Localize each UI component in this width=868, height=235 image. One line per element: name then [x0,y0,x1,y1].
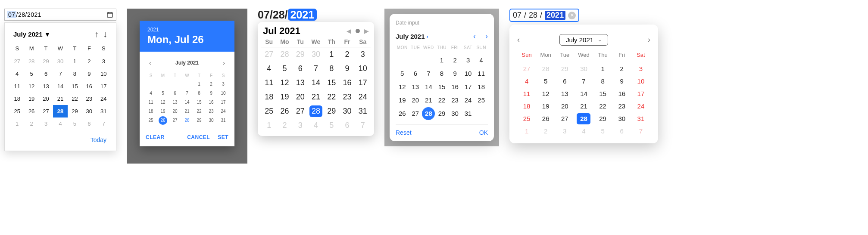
day-cell[interactable]: 26 [277,104,292,118]
day-cell[interactable]: 14 [308,76,324,90]
day-cell[interactable]: 16 [339,76,355,90]
day-cell[interactable]: 11 [475,67,488,80]
day-cell[interactable]: 20 [169,107,181,116]
day-cell[interactable]: 20 [555,100,574,112]
day-cell[interactable]: 5 [24,68,38,80]
day-cell[interactable]: 30 [82,105,96,118]
day-cell[interactable]: 2 [82,55,96,68]
day-cell[interactable]: 9 [448,67,462,80]
day-cell[interactable]: 31 [217,116,229,125]
day-cell[interactable]: 28 [536,62,555,75]
day-cell[interactable]: 17 [217,98,229,107]
day-cell[interactable]: 5 [396,67,409,80]
day-cell[interactable]: 21 [574,100,593,112]
day-cell[interactable]: 29 [39,55,53,68]
day-cell[interactable]: 4 [145,89,157,98]
day-cell[interactable]: 6 [409,67,422,80]
day-cell[interactable]: 7 [422,67,435,80]
day-cell[interactable]: 1 [324,47,339,62]
day-cell[interactable]: 15 [324,76,339,90]
day-cell[interactable]: 2 [448,53,462,67]
cancel-button[interactable]: CANCEL [187,134,210,140]
input-month-segment[interactable]: 07 [258,9,270,21]
day-cell-selected[interactable]: 28 [422,107,435,120]
day-cell[interactable]: 18 [145,107,157,116]
day-cell[interactable]: 22 [68,93,82,105]
input-year-segment[interactable]: 2021 [288,9,317,21]
day-cell[interactable]: 21 [181,107,193,116]
day-cell[interactable]: 1 [435,53,449,67]
day-cell[interactable]: 9 [339,62,355,76]
day-cell[interactable]: 29 [324,104,339,118]
day-cell[interactable]: 14 [422,80,435,93]
header-date[interactable]: Mon, Jul 26 [147,34,227,46]
input-year-segment[interactable]: 2021 [27,11,41,18]
day-cell[interactable]: 2 [24,118,38,130]
day-cell[interactable]: 17 [355,76,371,90]
day-cell[interactable]: 8 [324,62,339,76]
day-cell[interactable]: 4 [308,118,324,133]
day-cell[interactable]: 16 [82,80,96,93]
day-cell[interactable]: 24 [97,93,111,105]
day-cell[interactable]: 3 [293,118,308,133]
day-cell[interactable]: 12 [24,80,38,93]
day-cell[interactable]: 18 [10,93,24,105]
next-month-button[interactable]: › [220,58,228,68]
month-year-selector[interactable]: July 2021 › [396,33,428,40]
day-cell[interactable]: 3 [97,55,111,68]
day-cell[interactable]: 10 [462,67,475,80]
day-cell[interactable]: 21 [422,93,435,107]
day-cell[interactable]: 23 [82,93,96,105]
day-cell[interactable]: 6 [555,75,574,87]
day-cell[interactable]: 22 [193,107,205,116]
day-cell[interactable]: 30 [448,107,462,120]
input-day-segment[interactable]: 28 [529,11,537,20]
input-year-segment[interactable]: 2021 [545,11,565,20]
day-cell[interactable]: 29 [293,47,308,62]
day-cell[interactable]: 9 [205,89,217,98]
day-cell[interactable]: 19 [277,90,292,104]
day-cell[interactable]: 6 [169,89,181,98]
day-cell[interactable]: 25 [145,116,157,125]
day-cell[interactable]: 10 [355,62,371,76]
day-cell[interactable]: 24 [355,90,371,104]
day-cell[interactable]: 30 [53,55,67,68]
day-cell[interactable]: 19 [157,107,169,116]
day-cell[interactable]: 2 [205,80,217,89]
day-cell[interactable]: 15 [68,80,82,93]
ok-button[interactable]: OK [479,129,488,136]
next-month-button[interactable]: › [648,35,650,44]
day-cell[interactable]: 26 [24,105,38,118]
day-cell[interactable]: 30 [612,112,631,125]
day-cell[interactable]: 2 [339,47,355,62]
day-cell[interactable]: 31 [631,112,650,125]
day-cell[interactable]: 14 [53,80,67,93]
day-cell-selected[interactable]: 28 [53,105,67,118]
date-input[interactable]: 07 / 28 / 2021 ✕ [509,9,579,22]
prev-month-button[interactable]: ↑ [94,30,99,38]
day-cell[interactable]: 25 [517,112,536,125]
prev-month-button[interactable]: ◀ [347,28,351,34]
input-month-segment[interactable]: 07 [513,11,521,20]
day-cell[interactable]: 27 [517,62,536,75]
input-day-segment[interactable]: 28 [273,9,285,21]
day-cell[interactable]: 3 [555,125,574,137]
day-cell[interactable]: 22 [324,90,339,104]
day-cell[interactable]: 13 [555,87,574,100]
day-cell[interactable]: 26 [396,107,409,120]
reset-button[interactable]: Reset [396,129,412,136]
day-cell[interactable]: 16 [205,98,217,107]
day-cell[interactable]: 29 [193,116,205,125]
day-cell[interactable]: 6 [612,125,631,137]
day-cell[interactable]: 2 [612,62,631,75]
day-cell[interactable]: 27 [169,116,181,125]
day-cell[interactable]: 1 [10,118,24,130]
day-cell[interactable]: 13 [169,98,181,107]
day-cell[interactable]: 4 [517,75,536,87]
day-cell[interactable]: 14 [574,87,593,100]
day-cell[interactable]: 3 [355,47,371,62]
day-cell[interactable]: 13 [293,76,308,90]
day-cell[interactable]: 4 [53,118,67,130]
day-cell[interactable]: 12 [536,87,555,100]
day-cell[interactable]: 20 [39,93,53,105]
